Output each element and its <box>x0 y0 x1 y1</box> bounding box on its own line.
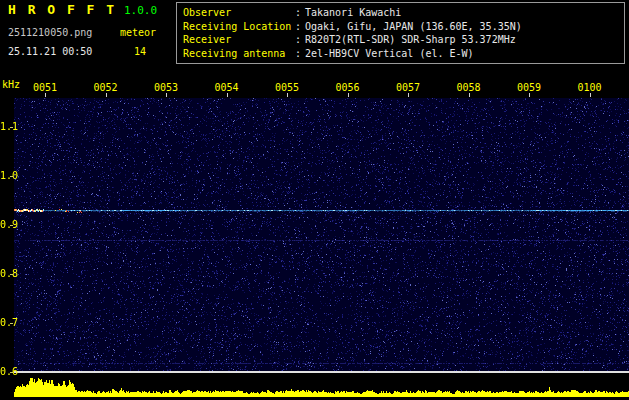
spectrogram-noise-canvas <box>14 98 629 372</box>
mode-label: meteor <box>120 27 156 39</box>
info-separator: : <box>295 33 305 47</box>
x-axis-minute-tick <box>287 93 288 97</box>
info-row-antenna: Receiving antenna : 2el-HB9CV Vertical (… <box>183 47 618 61</box>
info-label: Receiving Location <box>183 20 295 34</box>
x-axis-minute-tick <box>529 93 530 97</box>
x-axis-minute-tick <box>469 93 470 97</box>
app-title: H R O F F T <box>8 4 116 16</box>
info-value: Takanori Kawachi <box>305 6 401 20</box>
x-axis-minute-tick <box>45 93 46 97</box>
x-axis-minute-tick <box>106 93 107 97</box>
baseline-line <box>14 371 629 373</box>
y-axis-freq-tick <box>10 323 13 324</box>
y-axis-unit-label: kHz <box>2 79 20 91</box>
y-axis-freq-tick <box>10 372 13 373</box>
info-label: Observer <box>183 6 295 20</box>
info-separator: : <box>295 47 305 61</box>
info-row-observer: Observer : Takanori Kawachi <box>183 6 618 20</box>
output-filename: 2511210050.png <box>8 27 92 39</box>
info-label: Receiving antenna <box>183 47 295 61</box>
x-axis-minute-tick <box>227 93 228 97</box>
info-separator: : <box>295 6 305 20</box>
y-axis-freq-tick <box>10 274 13 275</box>
info-value: 2el-HB9CV Vertical (el. E-W) <box>305 47 474 61</box>
observation-datetime: 25.11.21 00:50 <box>8 46 92 58</box>
app-version: 1.0.0 <box>124 5 157 17</box>
y-axis-freq-tick <box>10 225 13 226</box>
hrofft-spectrogram-screen: H R O F F T 1.0.0 2511210050.png meteor … <box>0 0 629 400</box>
observer-info-box: Observer : Takanori Kawachi Receiving Lo… <box>176 2 625 64</box>
info-row-receiver: Receiver : R820T2(RTL-SDR) SDR-Sharp 53.… <box>183 33 618 47</box>
x-axis-minute-tick <box>590 93 591 97</box>
info-row-location: Receiving Location : Ogaki, Gifu, JAPAN … <box>183 20 618 34</box>
info-label: Receiver <box>183 33 295 47</box>
signal-level-canvas <box>14 374 629 397</box>
y-axis-freq-tick <box>10 176 13 177</box>
info-separator: : <box>295 20 305 34</box>
y-axis-freq-tick <box>10 127 13 128</box>
x-axis-minute-tick <box>166 93 167 97</box>
echo-count: 14 <box>134 46 146 58</box>
x-axis-minute-tick <box>348 93 349 97</box>
info-value: R820T2(RTL-SDR) SDR-Sharp 53.372MHz <box>305 33 516 47</box>
info-value: Ogaki, Gifu, JAPAN (136.60E, 35.35N) <box>305 20 522 34</box>
x-axis-minute-tick <box>408 93 409 97</box>
